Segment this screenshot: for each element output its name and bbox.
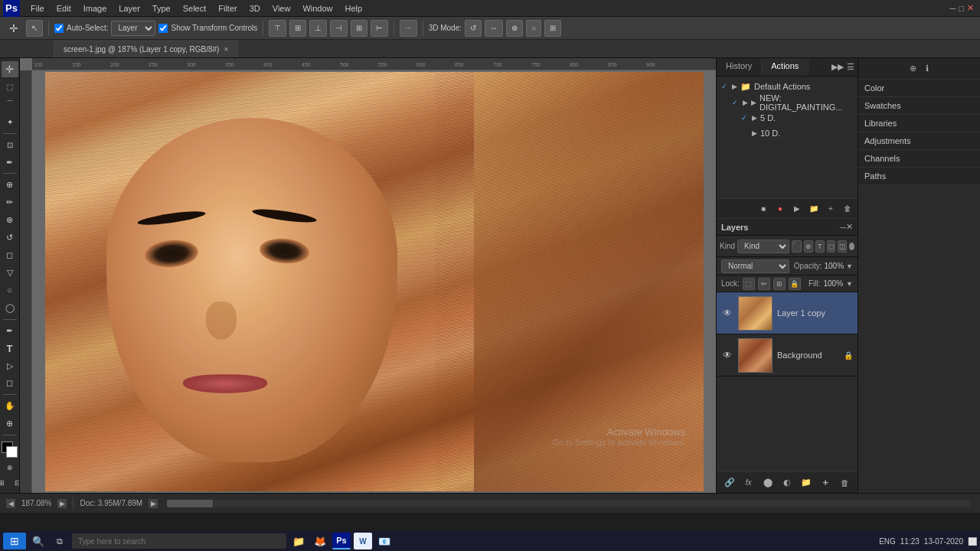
zoom-tool[interactable]: ⊕ xyxy=(2,416,18,432)
close-btn[interactable]: ✕ xyxy=(967,3,974,13)
screen-mode-btn[interactable]: ⊞ xyxy=(0,476,9,490)
panel-expand-btn[interactable]: ▶▶ xyxy=(831,62,844,72)
align-horiz-center-btn[interactable]: ⊞ xyxy=(351,20,368,37)
action-delete-btn[interactable]: 🗑 xyxy=(841,202,854,216)
3d-rotate-btn[interactable]: ↺ xyxy=(465,20,482,37)
hand-tool[interactable]: ✋ xyxy=(2,398,18,414)
lasso-tool[interactable]: ⌒ xyxy=(2,96,18,112)
menu-type[interactable]: Type xyxy=(146,2,177,15)
maximize-btn[interactable]: □ xyxy=(959,4,964,13)
taskbar-desktop-btn[interactable]: ⬜ xyxy=(968,537,977,546)
document-tab[interactable]: screen-1.jpg @ 187% (Layer 1 copy, RGB/8… xyxy=(54,41,238,57)
filter-type-icon[interactable]: T xyxy=(815,240,825,253)
auto-select-dropdown[interactable]: Layer Group xyxy=(111,21,155,36)
taskbar-mail-icon[interactable]: 📧 xyxy=(375,533,394,549)
menu-select[interactable]: Select xyxy=(177,2,213,15)
taskbar-search-icon[interactable]: 🔍 xyxy=(29,533,47,549)
start-button[interactable]: ⊞ xyxy=(3,533,26,549)
action-new-action-btn[interactable]: + xyxy=(824,202,838,216)
menu-image[interactable]: Image xyxy=(77,2,113,15)
filter-adjust-icon[interactable]: ⊕ xyxy=(804,240,813,253)
3d-pan-btn[interactable]: ↔ xyxy=(485,20,503,37)
lock-artboard-btn[interactable]: ⊞ xyxy=(773,278,786,290)
layers-close-btn[interactable]: ✕ xyxy=(846,222,853,232)
layer-row-copy[interactable]: 👁 Layer 1 copy xyxy=(717,292,858,334)
swatches-panel-tab[interactable]: Swatches xyxy=(858,97,980,114)
action-group-default[interactable]: ✓ ▶ 📁 Default Actions xyxy=(717,78,858,95)
layer-visibility-bg[interactable]: 👁 xyxy=(721,349,733,361)
menu-window[interactable]: Window xyxy=(296,2,338,15)
action-stop-btn[interactable]: ■ xyxy=(756,202,770,216)
3d-extra-btn[interactable]: ⊞ xyxy=(544,20,561,37)
layers-link-btn[interactable]: 🔗 xyxy=(723,476,736,490)
pen-tool[interactable]: ✒ xyxy=(2,323,18,339)
move-tool[interactable]: ✛ xyxy=(2,61,18,77)
tab-history[interactable]: History xyxy=(717,58,762,76)
horiz-scrollbar-thumb[interactable] xyxy=(167,500,213,507)
align-left-btn[interactable]: ⊣ xyxy=(330,20,348,37)
heal-tool[interactable]: ⊕ xyxy=(2,177,18,193)
taskbar-taskview-icon[interactable]: ⧉ xyxy=(51,533,69,549)
filter-select[interactable]: Kind Name Effect Mode Attribute Color xyxy=(737,240,789,253)
layers-minimize-btn[interactable]: ─ xyxy=(840,223,846,232)
align-right-btn[interactable]: ⊢ xyxy=(371,20,388,37)
show-transform-checkbox[interactable] xyxy=(158,24,168,33)
background-color[interactable] xyxy=(6,446,18,458)
blur-tool[interactable]: ○ xyxy=(2,282,18,298)
blend-mode-select[interactable]: Normal Dissolve Multiply Screen Overlay xyxy=(721,259,789,273)
layers-delete-btn[interactable]: 🗑 xyxy=(838,476,851,490)
fill-value[interactable]: 100% xyxy=(824,279,844,288)
eraser-tool[interactable]: ◻ xyxy=(2,247,18,263)
zoom-in-btn[interactable]: ▶ xyxy=(57,499,67,508)
menu-edit[interactable]: Edit xyxy=(51,2,77,15)
align-vert-center-btn[interactable]: ⊞ xyxy=(289,20,306,37)
menu-help[interactable]: Help xyxy=(339,2,369,15)
menu-layer[interactable]: Layer xyxy=(113,2,146,15)
filter-toggle[interactable] xyxy=(849,243,854,250)
panel-menu-btn[interactable]: ☰ xyxy=(847,62,854,72)
menu-3d[interactable]: 3D xyxy=(243,2,266,15)
minimize-btn[interactable]: ─ xyxy=(950,4,956,13)
layer-visibility-copy[interactable]: 👁 xyxy=(721,307,733,319)
layers-adjustment-btn[interactable]: ◐ xyxy=(780,476,793,490)
auto-select-checkbox[interactable] xyxy=(54,24,64,33)
more-options-btn[interactable]: ··· xyxy=(400,20,416,37)
selection-tool[interactable]: ⬚ xyxy=(2,79,18,95)
color-panel-tab[interactable]: Color xyxy=(858,80,980,96)
opacity-arrow-btn[interactable]: ▼ xyxy=(846,262,853,270)
opacity-value[interactable]: 100% xyxy=(825,262,844,270)
text-tool[interactable]: T xyxy=(2,341,18,357)
filter-smartobj-icon[interactable]: ◫ xyxy=(838,240,847,253)
move-tool-icon[interactable]: ✛ xyxy=(5,20,23,37)
action-play-btn[interactable]: ▶ xyxy=(790,202,804,216)
align-bottom-btn[interactable]: ⊥ xyxy=(309,20,327,37)
action-play-painting[interactable]: ▶ xyxy=(751,99,756,106)
action-expand-painting[interactable]: ▶ xyxy=(743,99,748,106)
3d-orbit-btn[interactable]: ○ xyxy=(526,20,541,37)
menu-file[interactable]: File xyxy=(24,2,51,15)
stamp-tool[interactable]: ⊗ xyxy=(2,212,18,228)
quick-mask-btn[interactable]: ⊕ xyxy=(2,461,18,474)
arrow-tool-btn[interactable]: ↖ xyxy=(26,20,43,37)
far-right-icon1[interactable]: ⊕ xyxy=(906,62,920,75)
horiz-scrollbar[interactable] xyxy=(167,500,971,507)
path-select-tool[interactable]: ▷ xyxy=(2,358,18,374)
quick-select-tool[interactable]: ✦ xyxy=(2,114,18,130)
status-arrow-btn[interactable]: ▶ xyxy=(149,499,158,508)
dodge-tool[interactable]: ◯ xyxy=(2,300,18,316)
layers-fx-btn[interactable]: fx xyxy=(742,476,755,490)
adjustments-panel-tab[interactable]: Adjustments xyxy=(858,132,980,149)
taskbar-word-icon[interactable]: W xyxy=(354,533,372,549)
taskbar-photoshop-icon[interactable]: Ps xyxy=(332,533,351,549)
action-digital-painting[interactable]: ✓ ▶ ▶ NEW: DIGITAL_PAINTING... xyxy=(717,95,858,110)
lock-all-btn[interactable]: 🔒 xyxy=(789,278,801,290)
frame-btn[interactable]: ⊟ xyxy=(10,476,20,490)
action-5d[interactable]: ✓ ▶ 5 D. xyxy=(717,110,858,126)
search-input[interactable] xyxy=(72,533,286,549)
far-right-icon2[interactable]: ℹ xyxy=(923,62,932,75)
align-top-btn[interactable]: ⊤ xyxy=(269,20,286,37)
layers-mask-btn[interactable]: ⬤ xyxy=(761,476,774,490)
filter-shape-icon[interactable]: ◻ xyxy=(827,240,836,253)
layers-new-btn[interactable]: + xyxy=(819,476,832,490)
filter-pixel-icon[interactable]: ⬛ xyxy=(792,240,802,253)
